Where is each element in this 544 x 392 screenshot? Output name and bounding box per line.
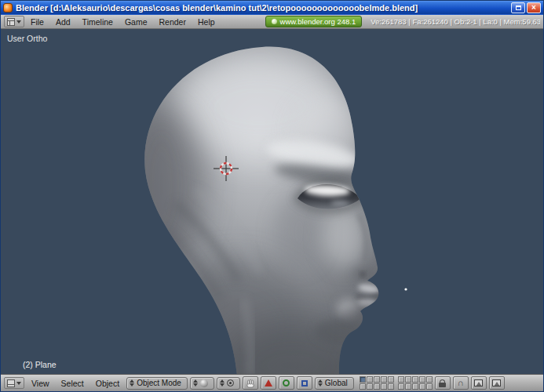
scene-stats: Ve:261783 | Fa:261240 | Ob:2-1 | La:0 | … (371, 17, 540, 26)
blender-window: Blender [d:\Aleksaurio\descargas\cosas b… (0, 0, 544, 392)
blender-app-icon (3, 3, 13, 13)
viewport-header: View Select Object Object Mode (1, 374, 543, 391)
layer-button-17[interactable] (405, 383, 411, 390)
pivot-point-icon (227, 379, 234, 387)
close-icon: × (531, 4, 536, 12)
top-header: File Add Timeline Game Render Help www.b… (1, 15, 543, 29)
dropdown-arrows-icon (193, 379, 198, 387)
lock-icon (439, 379, 446, 387)
lock-layers-toggle[interactable] (435, 376, 451, 390)
layer-button-6[interactable] (360, 383, 366, 390)
menu-game[interactable]: Game (119, 17, 153, 27)
render-icon (474, 379, 483, 387)
viewport-editor-type-dropdown[interactable] (4, 377, 24, 389)
menu-add[interactable]: Add (50, 17, 76, 27)
rotate-manipulator-icon (283, 379, 290, 387)
manipulator-rotate-toggle[interactable] (279, 376, 294, 390)
viewport-canvas[interactable] (1, 29, 544, 376)
layer-grid (360, 376, 433, 390)
menu-object[interactable]: Object (91, 379, 124, 388)
layer-button-7[interactable] (367, 383, 373, 390)
layer-button-13[interactable] (412, 376, 418, 383)
menu-file[interactable]: File (25, 17, 49, 27)
hand-icon (246, 379, 255, 388)
snap-toggle[interactable]: ∩ (453, 376, 469, 390)
orientation-dropdown[interactable]: Global (315, 377, 354, 390)
menu-help[interactable]: Help (192, 17, 221, 27)
manipulator-scale-toggle[interactable] (297, 376, 312, 390)
menu-view[interactable]: View (27, 379, 54, 388)
render-preview-button[interactable] (471, 376, 487, 390)
layer-button-1[interactable] (360, 376, 366, 383)
menu-timeline[interactable]: Timeline (77, 17, 119, 27)
info-editor-icon (7, 18, 15, 26)
titlebar[interactable]: Blender [d:\Aleksaurio\descargas\cosas b… (1, 1, 543, 15)
layer-button-14[interactable] (419, 376, 425, 383)
chevron-down-icon (16, 382, 21, 385)
translate-manipulator-icon (265, 379, 272, 387)
manipulator-translate-toggle[interactable] (261, 376, 276, 390)
viewport-3d[interactable]: User Ortho (2) Plane (1, 29, 544, 376)
layer-group-1 (360, 376, 394, 390)
render-anim-preview-button[interactable] (489, 376, 505, 390)
blender-sphere-icon (272, 19, 277, 24)
view3d-editor-icon (7, 379, 15, 387)
scale-manipulator-icon (301, 380, 308, 387)
window-title: Blender [d:\Aleksaurio\descargas\cosas b… (16, 3, 511, 13)
maximize-button[interactable] (511, 2, 525, 13)
dropdown-arrows-icon (220, 379, 225, 387)
manipulator-hand-toggle[interactable] (243, 376, 258, 390)
version-badge: www.blender.org 248.1 (265, 16, 363, 27)
mode-dropdown-value: Object Mode (137, 379, 181, 387)
pivot-dropdown[interactable] (217, 377, 240, 390)
layer-group-2 (398, 376, 433, 390)
dropdown-arrows-icon (130, 379, 134, 387)
layer-button-11[interactable] (398, 376, 404, 383)
dropdown-arrows-icon (318, 379, 323, 387)
layer-button-19[interactable] (419, 383, 425, 390)
layer-button-2[interactable] (367, 376, 373, 383)
close-button[interactable]: × (527, 2, 541, 13)
view-orientation-label: User Ortho (7, 34, 47, 43)
layer-button-9[interactable] (381, 383, 387, 390)
layer-button-15[interactable] (426, 376, 433, 383)
layer-button-3[interactable] (374, 376, 380, 383)
magnet-icon: ∩ (458, 379, 464, 387)
active-object-label: (2) Plane (23, 360, 57, 369)
stray-vertex-dot (404, 288, 407, 290)
layer-button-4[interactable] (381, 376, 387, 383)
render-animation-icon (492, 379, 501, 387)
layer-button-10[interactable] (388, 383, 394, 390)
layer-button-16[interactable] (398, 383, 404, 390)
layer-button-8[interactable] (374, 383, 380, 390)
mode-dropdown[interactable]: Object Mode (126, 377, 188, 390)
layer-button-20[interactable] (426, 383, 433, 390)
chevron-down-icon (16, 20, 21, 24)
layer-button-18[interactable] (412, 383, 418, 390)
alien-head-model[interactable] (121, 46, 383, 376)
editor-type-dropdown[interactable] (4, 16, 24, 27)
layer-button-5[interactable] (388, 376, 394, 383)
version-badge-label: www.blender.org 248.1 (280, 17, 356, 26)
maximize-icon (516, 5, 521, 10)
orientation-dropdown-value: Global (325, 379, 348, 387)
solid-drawtype-icon (200, 379, 208, 387)
menu-render[interactable]: Render (154, 17, 192, 27)
menu-select[interactable]: Select (57, 379, 89, 388)
draw-type-dropdown[interactable] (190, 377, 214, 390)
layer-button-12[interactable] (405, 376, 411, 383)
